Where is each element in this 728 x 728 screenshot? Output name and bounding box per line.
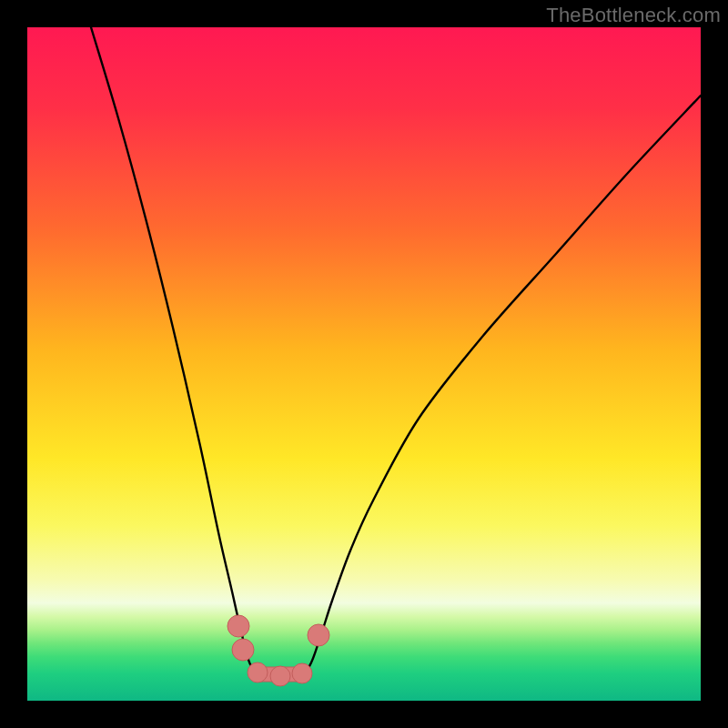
bottleneck-curve <box>91 27 701 677</box>
watermark-text: TheBottleneck.com <box>546 4 721 27</box>
right-blob <box>308 624 329 646</box>
plot-area <box>27 27 701 701</box>
floor-blob-mid <box>270 666 290 686</box>
floor-blob-left <box>248 662 268 682</box>
left-blob-lower <box>232 639 254 661</box>
marker-group <box>228 615 329 686</box>
left-blob-upper <box>228 615 249 637</box>
floor-blob-right <box>292 663 312 683</box>
chart-frame: TheBottleneck.com <box>0 0 728 728</box>
curve-layer <box>27 27 701 701</box>
